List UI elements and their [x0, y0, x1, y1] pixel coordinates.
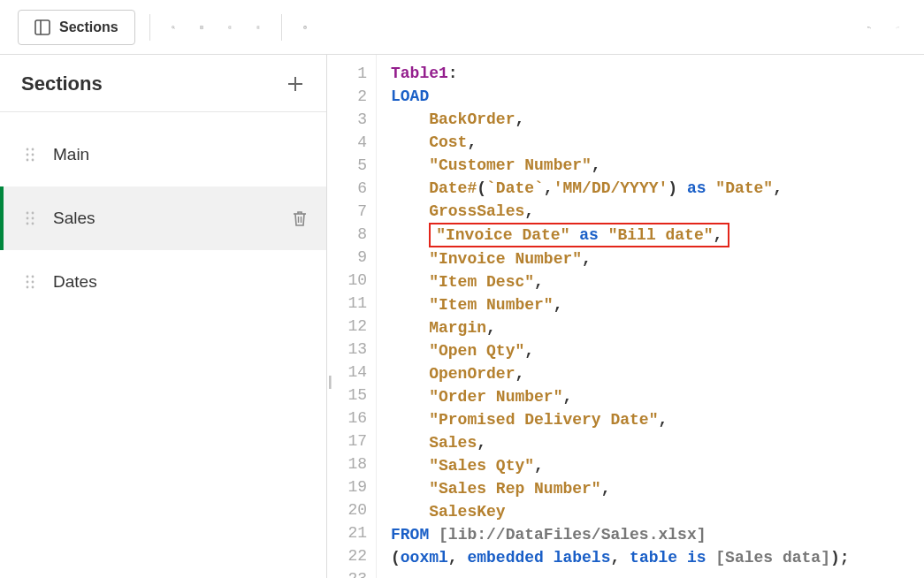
panel-icon	[34, 19, 50, 35]
drag-handle-icon[interactable]	[21, 209, 39, 227]
svg-point-24	[32, 212, 34, 215]
undo-icon[interactable]	[860, 19, 878, 36]
indent-icon[interactable]	[221, 19, 239, 36]
svg-point-20	[32, 154, 34, 156]
svg-point-17	[27, 148, 29, 151]
redo-icon[interactable]	[889, 19, 906, 36]
section-list: MainSalesDates	[0, 112, 326, 314]
svg-rect-4	[200, 26, 202, 28]
script-editor[interactable]: 1234567891011121314151617181920212223 Ta…	[327, 55, 924, 578]
svg-point-32	[32, 276, 34, 278]
code-area[interactable]: Table1:LOAD BackOrder, Cost, "Customer N…	[377, 55, 924, 578]
svg-point-22	[32, 159, 34, 162]
svg-point-19	[27, 154, 29, 156]
svg-point-31	[27, 276, 29, 278]
svg-point-26	[32, 217, 34, 220]
section-item-main[interactable]: Main	[0, 123, 326, 186]
svg-point-36	[32, 286, 34, 289]
resize-handle[interactable]: ||	[328, 374, 330, 390]
add-section-button[interactable]	[286, 74, 305, 94]
svg-point-34	[32, 281, 34, 284]
drag-handle-icon[interactable]	[21, 273, 39, 291]
sections-button-label: Sections	[59, 19, 118, 35]
drag-handle-icon[interactable]	[21, 146, 39, 164]
sidebar-title: Sections	[21, 72, 103, 95]
search-icon[interactable]	[164, 19, 182, 36]
sections-sidebar: Sections MainSalesDates ||	[0, 55, 327, 578]
section-label: Main	[53, 145, 309, 164]
help-icon[interactable]	[296, 19, 314, 36]
svg-point-35	[27, 286, 29, 289]
outdent-icon[interactable]	[249, 19, 267, 36]
svg-point-28	[32, 223, 34, 225]
svg-point-2	[172, 26, 173, 27]
svg-point-27	[27, 223, 29, 225]
section-item-dates[interactable]: Dates	[0, 250, 326, 314]
separator	[281, 14, 282, 41]
svg-point-23	[27, 212, 29, 215]
svg-point-18	[32, 148, 34, 151]
sections-button[interactable]: Sections	[18, 10, 135, 45]
section-label: Sales	[53, 209, 277, 228]
section-label: Dates	[53, 272, 309, 292]
svg-point-25	[27, 217, 29, 220]
svg-point-21	[27, 159, 29, 162]
section-item-sales[interactable]: Sales	[0, 186, 326, 250]
svg-line-3	[173, 27, 174, 28]
delete-section-button[interactable]	[291, 209, 309, 227]
svg-rect-0	[35, 20, 50, 34]
top-toolbar: Sections	[0, 0, 924, 55]
comment-icon[interactable]	[193, 19, 210, 36]
line-gutter: 1234567891011121314151617181920212223	[327, 55, 377, 578]
separator	[149, 14, 150, 41]
svg-point-33	[27, 281, 29, 284]
